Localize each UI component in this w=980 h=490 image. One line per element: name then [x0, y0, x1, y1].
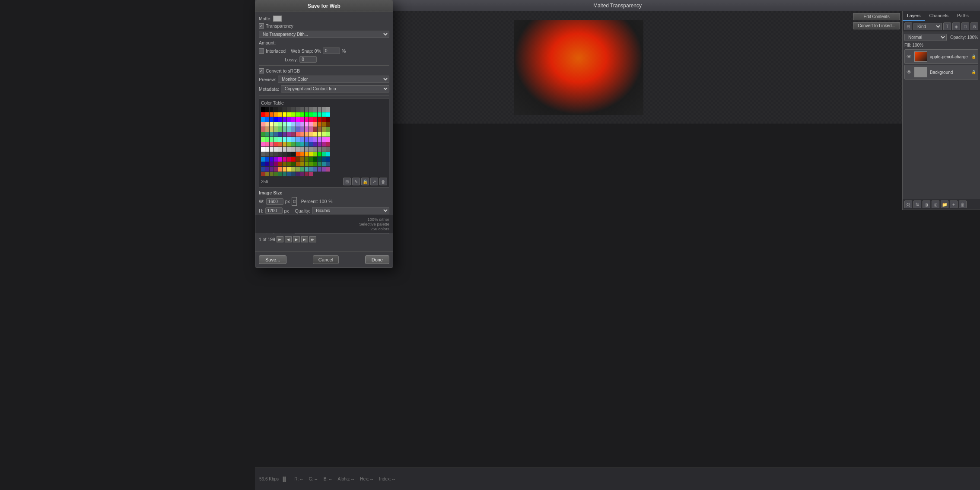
blend-mode-select[interactable]: Normal — [904, 34, 947, 41]
color-cell-127[interactable] — [326, 142, 330, 147]
color-cell-91[interactable] — [309, 132, 313, 137]
color-cell-111[interactable] — [326, 137, 330, 142]
color-cell-205[interactable] — [318, 167, 321, 172]
preview-select[interactable]: Monitor Color — [278, 76, 389, 83]
color-cell-187[interactable] — [309, 162, 313, 167]
color-cell-54[interactable] — [287, 122, 291, 127]
color-cell-87[interactable] — [291, 132, 295, 137]
color-cell-219[interactable] — [309, 172, 313, 177]
color-cell-13[interactable] — [318, 107, 321, 112]
color-cell-210[interactable] — [270, 172, 274, 177]
color-cell-28[interactable] — [313, 112, 317, 117]
color-cell-201[interactable] — [300, 167, 304, 172]
anim-next[interactable]: ▶| — [301, 236, 308, 242]
color-cell-64[interactable] — [261, 127, 265, 132]
color-cell-132[interactable] — [278, 147, 282, 152]
color-cell-216[interactable] — [296, 172, 300, 177]
color-cell-211[interactable] — [274, 172, 278, 177]
color-cell-41[interactable] — [300, 117, 304, 122]
matte-color-box[interactable] — [273, 16, 282, 22]
color-cell-135[interactable] — [291, 147, 295, 152]
layer-item-2[interactable]: 👁 Background 🔒 — [904, 65, 978, 80]
done-button[interactable]: Done — [365, 255, 389, 264]
color-cell-218[interactable] — [305, 172, 309, 177]
color-cell-143[interactable] — [326, 147, 330, 152]
lossy-input[interactable] — [299, 56, 317, 63]
color-cell-16[interactable] — [261, 112, 265, 117]
color-cell-23[interactable] — [291, 112, 295, 117]
color-cell-200[interactable] — [296, 167, 300, 172]
fx-icon[interactable]: fx — [913, 200, 921, 208]
dither-select[interactable]: No Transparency Dith... — [259, 31, 389, 38]
color-cell-65[interactable] — [265, 127, 269, 132]
color-cell-163[interactable] — [274, 157, 278, 162]
anim-first[interactable]: ⏮ — [277, 236, 283, 242]
color-cell-120[interactable] — [296, 142, 300, 147]
color-cell-74[interactable] — [305, 127, 309, 132]
color-cell-112[interactable] — [261, 142, 265, 147]
color-cell-2[interactable] — [270, 107, 274, 112]
constrain-icon[interactable]: ⛓ — [292, 197, 297, 206]
color-cell-130[interactable] — [270, 147, 274, 152]
color-cell-70[interactable] — [287, 127, 291, 132]
color-cell-98[interactable] — [270, 137, 274, 142]
color-cell-179[interactable] — [274, 162, 278, 167]
color-cell-42[interactable] — [305, 117, 309, 122]
color-cell-95[interactable] — [326, 132, 330, 137]
color-cell-46[interactable] — [322, 117, 326, 122]
color-cell-148[interactable] — [278, 152, 282, 157]
color-cell-144[interactable] — [261, 152, 265, 157]
color-cell-66[interactable] — [270, 127, 274, 132]
color-cell-204[interactable] — [313, 167, 317, 172]
color-cell-25[interactable] — [300, 112, 304, 117]
edit-contents-button[interactable]: Edit Contents — [853, 13, 900, 20]
color-cell-69[interactable] — [283, 127, 286, 132]
color-cell-141[interactable] — [318, 147, 321, 152]
color-cell-114[interactable] — [270, 142, 274, 147]
color-cell-4[interactable] — [278, 107, 282, 112]
color-cell-122[interactable] — [305, 142, 309, 147]
color-cell-118[interactable] — [287, 142, 291, 147]
color-cell-171[interactable] — [309, 157, 313, 162]
color-cell-134[interactable] — [287, 147, 291, 152]
color-cell-33[interactable] — [265, 117, 269, 122]
color-cell-82[interactable] — [270, 132, 274, 137]
color-cell-14[interactable] — [322, 107, 326, 112]
color-cell-47[interactable] — [326, 117, 330, 122]
filter-type-select[interactable]: Kind — [913, 23, 942, 30]
color-cell-62[interactable] — [322, 122, 326, 127]
color-cell-208[interactable] — [261, 172, 265, 177]
color-cell-40[interactable] — [296, 117, 300, 122]
color-cell-116[interactable] — [278, 142, 282, 147]
anim-last[interactable]: ⏭ — [309, 236, 316, 242]
mask-icon[interactable]: ◑ — [923, 200, 930, 208]
eye-icon[interactable]: 👁 — [907, 54, 912, 60]
color-cell-44[interactable] — [313, 117, 317, 122]
color-cell-139[interactable] — [309, 147, 313, 152]
folder-icon[interactable]: 📁 — [941, 200, 948, 208]
color-cell-140[interactable] — [313, 147, 317, 152]
color-cell-167[interactable] — [291, 157, 295, 162]
color-cell-110[interactable] — [322, 137, 326, 142]
color-cell-18[interactable] — [270, 112, 274, 117]
color-cell-217[interactable] — [300, 172, 304, 177]
color-cell-57[interactable] — [300, 122, 304, 127]
color-cell-31[interactable] — [326, 112, 330, 117]
color-cell-72[interactable] — [296, 127, 300, 132]
color-cell-131[interactable] — [274, 147, 278, 152]
color-cell-49[interactable] — [265, 122, 269, 127]
color-cell-105[interactable] — [300, 137, 304, 142]
color-cell-79[interactable] — [326, 127, 330, 132]
color-cell-202[interactable] — [305, 167, 309, 172]
tab-channels[interactable]: Channels — [925, 11, 953, 21]
color-cell-53[interactable] — [283, 122, 286, 127]
color-cell-147[interactable] — [274, 152, 278, 157]
color-cell-165[interactable] — [283, 157, 286, 162]
color-cell-32[interactable] — [261, 117, 265, 122]
color-cell-75[interactable] — [309, 127, 313, 132]
color-cell-181[interactable] — [283, 162, 286, 167]
color-cell-168[interactable] — [296, 157, 300, 162]
color-cell-7[interactable] — [291, 107, 295, 112]
layer-item-1[interactable]: 👁 apple-pencil-charge 🔒 — [904, 49, 978, 64]
color-cell-78[interactable] — [322, 127, 326, 132]
